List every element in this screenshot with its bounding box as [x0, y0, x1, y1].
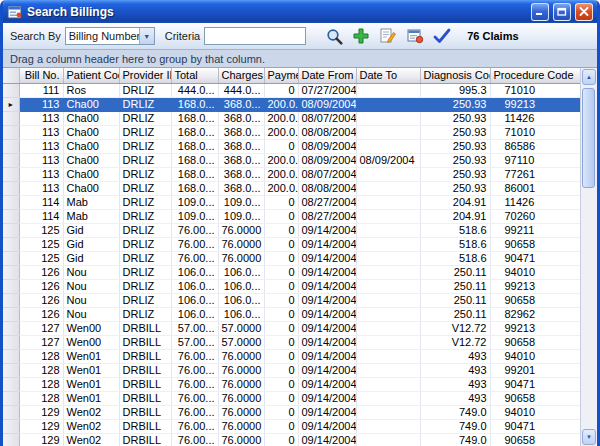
cell: 76.00... [171, 405, 218, 419]
table-row[interactable]: 128Wen01DRBILL76.00...76.0000009/14/2004… [3, 363, 580, 377]
edit-button[interactable] [376, 24, 400, 48]
cell: 128 [19, 377, 63, 391]
table-row[interactable]: 126NouDRLIZ106.0...106.0...009/14/200425… [3, 279, 580, 293]
cell: 76.0000 [218, 223, 264, 237]
table-row[interactable]: 129Wen02DRBILL76.00...76.0000009/14/2004… [3, 405, 580, 419]
cell: DRLIZ [119, 139, 171, 153]
column-header-total[interactable]: Total [171, 68, 218, 83]
cell: Ros [63, 83, 119, 97]
table-row[interactable]: 127Wen00DRBILL57.00...57.0000009/14/2004… [3, 321, 580, 335]
cell: 90658 [490, 335, 580, 349]
table-row[interactable]: 126NouDRLIZ106.0...106.0...009/14/200425… [3, 307, 580, 321]
cell: 368.0... [218, 125, 264, 139]
column-header-provider-id[interactable]: Provider ID [119, 68, 171, 83]
table-row[interactable]: 114MabDRLIZ109.0...109.0...008/27/200420… [3, 195, 580, 209]
claim-form-button[interactable] [403, 24, 427, 48]
row-indicator [3, 195, 19, 209]
cell: 76.0000 [218, 433, 264, 446]
cell: 57.0000 [218, 335, 264, 349]
claim-form-icon [406, 27, 424, 45]
minimize-icon [535, 7, 545, 16]
table-row[interactable]: 113Cha00DRLIZ168.0...368.0...200.0...08/… [3, 111, 580, 125]
post-check-button[interactable] [430, 24, 454, 48]
cell: 113 [19, 111, 63, 125]
row-indicator [3, 349, 19, 363]
column-header-payme[interactable]: Payme... [264, 68, 298, 83]
table-row[interactable]: 125GidDRLIZ76.00...76.0000009/14/2004518… [3, 251, 580, 265]
minimize-button[interactable] [531, 3, 549, 21]
row-indicator [3, 391, 19, 405]
table-row[interactable]: 113Cha00DRLIZ168.0...368.0...200.0...08/… [3, 181, 580, 195]
cell [356, 195, 420, 209]
close-button[interactable] [575, 3, 593, 21]
table-row[interactable]: 129Wen02DRBILL76.00...76.0000009/14/2004… [3, 419, 580, 433]
vertical-scrollbar[interactable]: ▲ ▼ [580, 68, 597, 446]
column-header-patient-code[interactable]: Patient Code [63, 68, 119, 83]
cell: 0 [264, 265, 298, 279]
cell: 168.0... [171, 125, 218, 139]
cell: 76.00... [171, 237, 218, 251]
cell: 493 [420, 363, 490, 377]
cell: 76.00... [171, 433, 218, 446]
chevron-down-icon[interactable]: ▼ [139, 28, 154, 44]
window: Search Billings Search By Billing Number… [0, 0, 600, 446]
table-row[interactable]: 125GidDRLIZ76.00...76.0000009/14/2004518… [3, 237, 580, 251]
cell: 749.0 [420, 405, 490, 419]
table-row[interactable]: 111RosDRLIZ444.0...444.0...007/27/200499… [3, 83, 580, 97]
column-header-date-from[interactable]: Date From [298, 68, 356, 83]
table-row[interactable]: 126NouDRLIZ106.0...106.0...009/14/200425… [3, 265, 580, 279]
column-header-bill-no[interactable]: Bill No. [19, 68, 63, 83]
column-header-procedure-code[interactable]: Procedure Code [490, 68, 580, 83]
cell [356, 349, 420, 363]
group-by-bar[interactable]: Drag a column header here to group by th… [3, 50, 597, 68]
cell: 09/14/2004 [298, 251, 356, 265]
cell: 76.00... [171, 363, 218, 377]
table-row[interactable]: 113Cha00DRLIZ168.0...368.0...008/09/2004… [3, 139, 580, 153]
table-row[interactable]: 113Cha00DRLIZ168.0...368.0...200.0...08/… [3, 125, 580, 139]
table-row[interactable]: 128Wen01DRBILL76.00...76.0000009/14/2004… [3, 377, 580, 391]
table-row[interactable]: 126NouDRLIZ106.0...106.0...009/14/200425… [3, 293, 580, 307]
scroll-up-icon[interactable]: ▲ [582, 69, 596, 85]
cell [356, 223, 420, 237]
cell: 106.0... [171, 293, 218, 307]
cell [356, 405, 420, 419]
cell [356, 251, 420, 265]
cell: 518.6 [420, 251, 490, 265]
cell: 518.6 [420, 223, 490, 237]
edit-icon [379, 27, 397, 45]
column-header-charges[interactable]: Charges [218, 68, 264, 83]
cell: 0 [264, 83, 298, 97]
column-header-date-to[interactable]: Date To [356, 68, 420, 83]
table-row[interactable]: 128Wen01DRBILL76.00...76.0000009/14/2004… [3, 391, 580, 405]
row-indicator [3, 83, 19, 97]
scrollbar-track[interactable] [582, 86, 596, 428]
cell: 0 [264, 335, 298, 349]
cell: 129 [19, 419, 63, 433]
search-button[interactable] [322, 24, 346, 48]
cell: 0 [264, 293, 298, 307]
cell: 76.0000 [218, 363, 264, 377]
column-header-diagnosis-code[interactable]: Diagnosis Code [420, 68, 490, 83]
table-row[interactable]: 113Cha00DRLIZ168.0...368.0...200.0...08/… [3, 167, 580, 181]
table-row[interactable]: ►113Cha00DRLIZ168.0...368.0...200.0...08… [3, 97, 580, 111]
scrollbar-thumb[interactable] [582, 88, 595, 188]
cell [356, 237, 420, 251]
criteria-input[interactable] [204, 27, 306, 45]
table-row[interactable]: 127Wen00DRBILL57.00...57.0000009/14/2004… [3, 335, 580, 349]
cell: 76.0000 [218, 251, 264, 265]
scroll-down-icon[interactable]: ▼ [582, 429, 596, 445]
titlebar[interactable]: Search Billings [3, 0, 597, 23]
table-row[interactable]: 128Wen01DRBILL76.00...76.0000009/14/2004… [3, 349, 580, 363]
cell: DRLIZ [119, 307, 171, 321]
table-row[interactable]: 129Wen02DRBILL76.00...76.0000009/14/2004… [3, 433, 580, 446]
row-indicator [3, 167, 19, 181]
search-by-select[interactable]: Billing Number ▼ [65, 27, 155, 45]
table-row[interactable]: 114MabDRLIZ109.0...109.0...008/27/200420… [3, 209, 580, 223]
cell: 200.0... [264, 153, 298, 167]
cell: 114 [19, 195, 63, 209]
table-row[interactable]: 113Cha00DRLIZ168.0...368.0...200.0...08/… [3, 153, 580, 167]
maximize-button[interactable] [553, 3, 571, 21]
add-button[interactable] [349, 24, 373, 48]
cell: 0 [264, 363, 298, 377]
table-row[interactable]: 125GidDRLIZ76.00...76.0000009/14/2004518… [3, 223, 580, 237]
